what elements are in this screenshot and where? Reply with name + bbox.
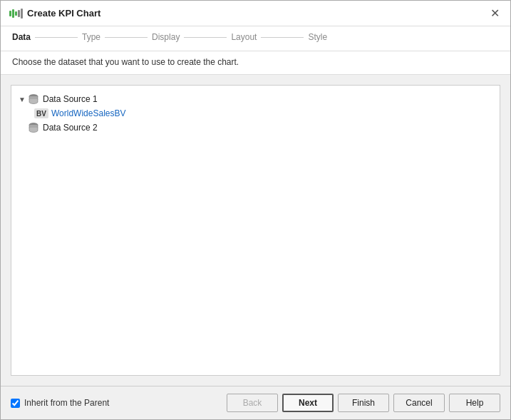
help-button[interactable]: Help — [449, 394, 500, 412]
finish-button[interactable]: Finish — [338, 394, 389, 412]
database-icon — [27, 93, 40, 106]
step-type: Type — [82, 32, 100, 42]
datasource-2-item[interactable]: Data Source 2 — [11, 120, 500, 135]
footer-buttons: Back Next Finish Cancel Help — [227, 394, 500, 412]
step-divider-1 — [35, 37, 78, 38]
bv-badge: BV — [34, 108, 48, 118]
footer-left: Inherit from the Parent — [11, 398, 109, 408]
datasource-1-item[interactable]: ▼ Data Source 1 — [11, 91, 500, 107]
step-display: Display — [152, 32, 180, 42]
title-bar: Create KPI Chart ✕ — [1, 1, 510, 26]
kpi-chart-icon — [9, 9, 23, 19]
next-button[interactable]: Next — [282, 394, 334, 412]
content-area: ▼ Data Source 1 BV WorldWideSalesBV — [1, 75, 510, 386]
inherit-checkbox[interactable] — [11, 399, 20, 408]
bv-link[interactable]: WorldWideSalesBV — [51, 108, 125, 118]
create-kpi-chart-dialog: Create KPI Chart ✕ Data Type Display Lay… — [0, 0, 511, 420]
datasource-2-label: Data Source 2 — [43, 123, 98, 133]
close-button[interactable]: ✕ — [487, 6, 502, 21]
wizard-steps: Data Type Display Layout Style — [1, 26, 510, 51]
step-divider-2 — [105, 37, 148, 38]
back-button[interactable]: Back — [227, 394, 278, 412]
database-2-icon — [27, 121, 40, 134]
inherit-label: Inherit from the Parent — [24, 398, 109, 408]
bv-item[interactable]: BV WorldWideSalesBV — [11, 107, 500, 120]
step-style: Style — [308, 32, 327, 42]
datasource-tree[interactable]: ▼ Data Source 1 BV WorldWideSalesBV — [11, 85, 500, 376]
title-bar-left: Create KPI Chart — [9, 8, 100, 19]
step-divider-4 — [261, 37, 304, 38]
step-layout: Layout — [231, 32, 257, 42]
dialog-title: Create KPI Chart — [27, 8, 100, 19]
step-divider-3 — [184, 37, 227, 38]
chevron-down-icon: ▼ — [17, 94, 27, 104]
cancel-button[interactable]: Cancel — [393, 394, 445, 412]
description-text: Choose the dataset that you want to use … — [1, 51, 510, 75]
step-data: Data — [12, 32, 31, 42]
dialog-footer: Inherit from the Parent Back Next Finish… — [1, 386, 510, 419]
datasource-1-label: Data Source 1 — [43, 94, 98, 104]
